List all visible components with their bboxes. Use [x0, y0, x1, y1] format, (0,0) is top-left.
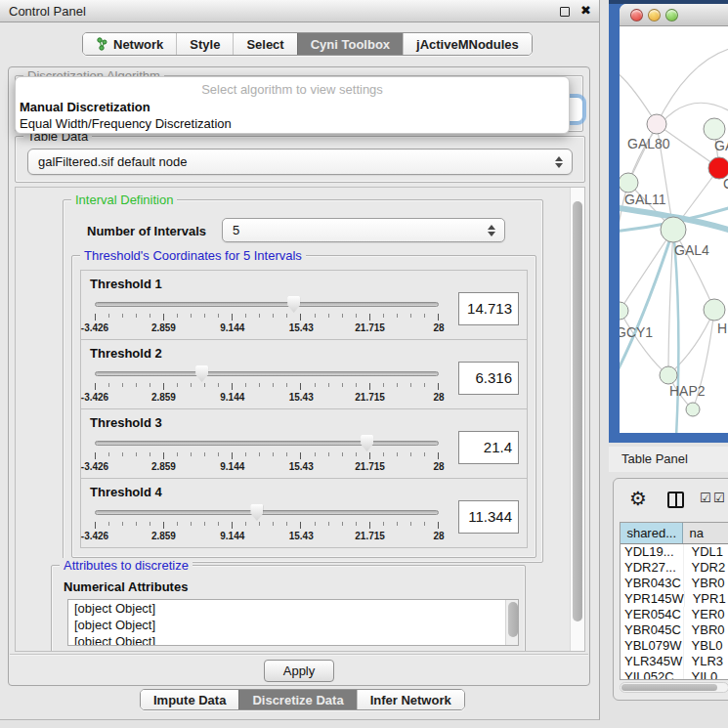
attribute-list-scrollbar[interactable] — [505, 600, 518, 645]
threshold-value-field[interactable]: 14.713 — [458, 292, 519, 325]
slider-handle[interactable] — [287, 296, 300, 313]
slider-ticks — [95, 522, 439, 530]
table-row[interactable]: YPR145W YPR1 — [621, 591, 728, 607]
network-edge-thick[interactable] — [673, 230, 678, 433]
interval-definition-group: Interval Definition Number of Intervals … — [63, 199, 543, 563]
slider-handle[interactable] — [250, 504, 263, 521]
cell-name[interactable]: YDR2 — [684, 560, 728, 576]
cell-shared-name[interactable]: YDL19... — [621, 544, 684, 560]
gear-icon[interactable]: ⚙ — [629, 487, 647, 510]
cell-shared-name[interactable]: YLR345W — [621, 654, 684, 669]
cell-shared-name[interactable]: YPR145W — [621, 591, 685, 607]
attribute-list-item[interactable]: [object Object] — [68, 600, 518, 617]
float-window-icon[interactable] — [560, 7, 570, 17]
attribute-scrollbar-thumb[interactable] — [508, 602, 518, 637]
threshold-value-field[interactable]: 21.4 — [458, 431, 519, 464]
cell-shared-name[interactable]: YIL052C — [621, 669, 684, 680]
tab-network[interactable]: Network — [83, 33, 176, 55]
slider-track[interactable] — [95, 302, 439, 307]
cell-name[interactable]: YBR0 — [684, 576, 728, 591]
slider-track[interactable] — [95, 371, 439, 376]
table-data-combobox[interactable]: galFiltered.sif default node — [27, 149, 573, 175]
table-body: YDL19... YDL1 YDR27... YDR2 YBR043C YBR0… — [621, 544, 728, 680]
algorithm-option-equal-width[interactable]: Equal Width/Frequency Discretization — [16, 115, 569, 132]
network-canvas[interactable]: GAL80GACGAL11GAL4GCY1HHAP2 — [620, 26, 728, 433]
tab-style[interactable]: Style — [176, 33, 233, 55]
network-node[interactable] — [620, 302, 628, 320]
network-node[interactable] — [704, 118, 725, 140]
control-panel-titlebar[interactable]: Control Panel ✖ — [0, 0, 599, 22]
slider-track[interactable] — [95, 441, 439, 446]
close-traffic-light[interactable] — [630, 9, 643, 21]
cell-shared-name[interactable]: YBR043C — [621, 576, 684, 591]
network-node[interactable] — [620, 173, 638, 193]
number-of-intervals-spinner[interactable]: 5 — [222, 218, 505, 242]
cell-name[interactable]: YPR1 — [685, 591, 728, 607]
table-row[interactable]: YBL079W YBL0 — [621, 638, 728, 654]
network-node[interactable] — [660, 366, 677, 384]
network-node[interactable] — [704, 299, 725, 321]
cell-name[interactable]: YLR3 — [684, 654, 728, 669]
table-row[interactable]: YER054C YER0 — [621, 607, 728, 622]
settings-scrollbar-thumb[interactable] — [573, 201, 582, 621]
network-edge[interactable] — [620, 230, 673, 311]
threshold-value-field[interactable]: 11.344 — [458, 500, 519, 534]
threshold-slider[interactable]: -3.4262.8599.14415.4321.71528 — [95, 271, 439, 341]
network-edge-thick[interactable] — [620, 230, 673, 378]
threshold-slider[interactable]: -3.4262.8599.14415.4321.71528 — [95, 479, 439, 549]
threshold-slider[interactable]: -3.4262.8599.14415.4321.71528 — [95, 409, 439, 480]
tab-jactivemnodules[interactable]: jActiveMNodules — [403, 33, 532, 55]
cell-name[interactable]: YDL1 — [684, 544, 728, 560]
slider-track[interactable] — [95, 510, 439, 515]
network-edge[interactable] — [620, 311, 668, 375]
table-row[interactable]: YDR27... YDR2 — [621, 560, 728, 576]
network-edge[interactable] — [657, 48, 728, 124]
cell-name[interactable]: YBL0 — [684, 638, 728, 654]
table-scrollbar-thumb[interactable] — [621, 684, 717, 691]
cell-shared-name[interactable]: YER054C — [621, 607, 684, 622]
column-header-shared-name[interactable]: shared... — [621, 523, 683, 543]
table-row[interactable]: YIL052C YIL0 — [621, 669, 728, 680]
column-header-name[interactable]: na — [683, 523, 728, 543]
cell-shared-name[interactable]: YBL079W — [621, 638, 684, 654]
network-node[interactable] — [647, 114, 666, 134]
tab-discretize-data[interactable]: Discretize Data — [238, 690, 356, 709]
table-panel-titlebar[interactable]: Table Panel — [609, 447, 728, 472]
zoom-traffic-light[interactable] — [665, 9, 678, 21]
network-window-titlebar[interactable] — [620, 4, 728, 26]
table-row[interactable]: YBR043C YBR0 — [621, 576, 728, 591]
slider-handle[interactable] — [361, 435, 373, 451]
apply-button[interactable]: Apply — [264, 660, 334, 682]
algorithm-option-manual[interactable]: Manual Discretization — [16, 99, 569, 115]
checkbox-icon[interactable]: ☑ — [713, 491, 725, 505]
threshold-box: Threshold 3 -3.4262.8599.14415.4321.7152… — [80, 408, 528, 479]
network-edge[interactable] — [668, 230, 673, 375]
table-row[interactable]: YLR345W YLR3 — [621, 654, 728, 669]
close-icon[interactable]: ✖ — [580, 3, 591, 18]
attribute-list-item[interactable]: [object Object] — [68, 633, 518, 646]
network-node[interactable] — [661, 217, 686, 242]
table-horizontal-scrollbar[interactable] — [620, 682, 728, 693]
minimize-traffic-light[interactable] — [648, 9, 661, 21]
network-node[interactable] — [686, 403, 700, 416]
tab-infer-network[interactable]: Infer Network — [357, 690, 464, 709]
table-row[interactable]: YDL19... YDL1 — [621, 544, 728, 560]
tab-cyni-toolbox[interactable]: Cyni Toolbox — [297, 33, 403, 55]
cell-name[interactable]: YBR0 — [684, 622, 728, 638]
cell-name[interactable]: YIL0 — [684, 669, 728, 680]
threshold-value-field[interactable]: 6.316 — [458, 362, 519, 395]
cell-shared-name[interactable]: YDR27... — [621, 560, 684, 576]
tab-select[interactable]: Select — [233, 33, 296, 55]
network-edge[interactable] — [668, 310, 714, 375]
algorithm-placeholder-item[interactable]: Select algorithm to view settings — [16, 80, 569, 99]
split-view-icon[interactable] — [667, 492, 684, 508]
attribute-list-item[interactable]: [object Object] — [68, 617, 518, 633]
cell-name[interactable]: YER0 — [684, 607, 728, 622]
cell-shared-name[interactable]: YBR045C — [621, 622, 684, 638]
table-row[interactable]: YBR045C YBR0 — [621, 622, 728, 638]
checkbox-icon[interactable]: ☑ — [700, 491, 711, 505]
threshold-slider[interactable]: -3.4262.8599.14415.4321.71528 — [95, 340, 439, 410]
tab-impute-data[interactable]: Impute Data — [141, 690, 238, 709]
settings-scrollbar[interactable] — [570, 188, 584, 651]
slider-handle[interactable] — [195, 365, 208, 382]
